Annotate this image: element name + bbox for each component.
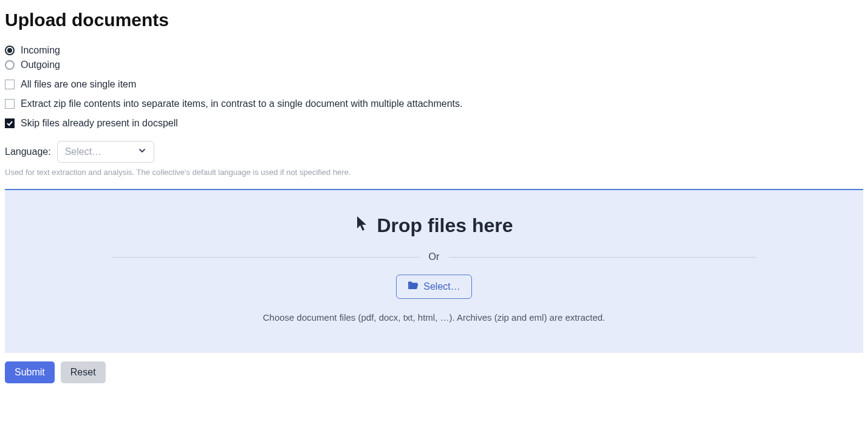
checkbox-skip-duplicates-label[interactable]: Skip files already present in docspell [21,118,178,129]
reset-button[interactable]: Reset [61,361,106,383]
folder-open-icon [408,281,419,293]
checkbox-single-item-label[interactable]: All files are one single item [21,79,136,90]
chevron-down-icon [138,146,146,157]
radio-outgoing[interactable] [5,60,15,70]
direction-outgoing-row[interactable]: Outgoing [5,60,863,70]
dropzone[interactable]: Drop files here Or Select… Choose docume… [5,189,863,353]
language-select[interactable]: Select… [57,141,154,163]
language-help: Used for text extraction and analysis. T… [5,168,863,177]
dropzone-title-row: Drop files here [17,214,851,237]
dropzone-or: Or [429,251,440,262]
single-item-row[interactable]: All files are one single item [5,79,863,90]
checkbox-single-item[interactable] [5,80,15,89]
page-title: Upload documents [5,10,863,30]
divider-line-left [112,257,419,258]
submit-button[interactable]: Submit [5,361,55,383]
checkbox-extract-zip[interactable] [5,99,15,109]
checkbox-skip-duplicates[interactable] [5,118,15,128]
divider-line-right [449,257,756,258]
options-block: Incoming Outgoing All files are one sing… [5,45,863,177]
dropzone-divider: Or [112,251,756,262]
pointer-icon [355,214,369,237]
radio-incoming[interactable] [5,46,15,55]
action-buttons: Submit Reset [5,361,863,383]
skip-duplicates-row[interactable]: Skip files already present in docspell [5,118,863,129]
select-files-button[interactable]: Select… [396,275,471,299]
checkbox-extract-zip-label[interactable]: Extract zip file contents into separate … [21,98,462,109]
dropzone-help: Choose document files (pdf, docx, txt, h… [17,312,851,323]
language-row: Language: Select… [5,141,863,163]
radio-outgoing-label[interactable]: Outgoing [21,60,60,70]
dropzone-title: Drop files here [377,214,513,237]
direction-incoming-row[interactable]: Incoming [5,45,863,56]
radio-incoming-label[interactable]: Incoming [21,45,60,56]
language-label: Language: [5,146,51,157]
extract-zip-row[interactable]: Extract zip file contents into separate … [5,98,863,109]
language-select-placeholder: Select… [65,146,101,157]
select-files-label: Select… [423,281,460,292]
